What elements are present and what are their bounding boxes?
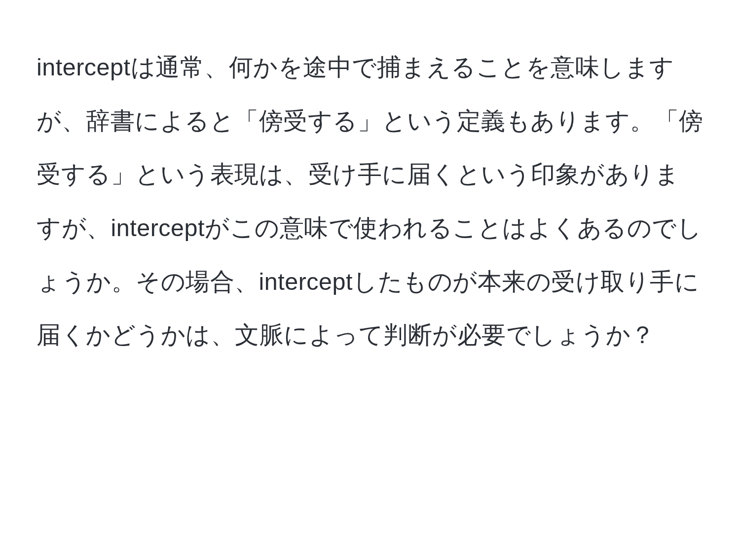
- document-body: interceptは通常、何かを途中で捕まえることを意味しますが、辞書によると「…: [37, 40, 703, 362]
- paragraph-text: interceptは通常、何かを途中で捕まえることを意味しますが、辞書によると「…: [37, 40, 703, 362]
